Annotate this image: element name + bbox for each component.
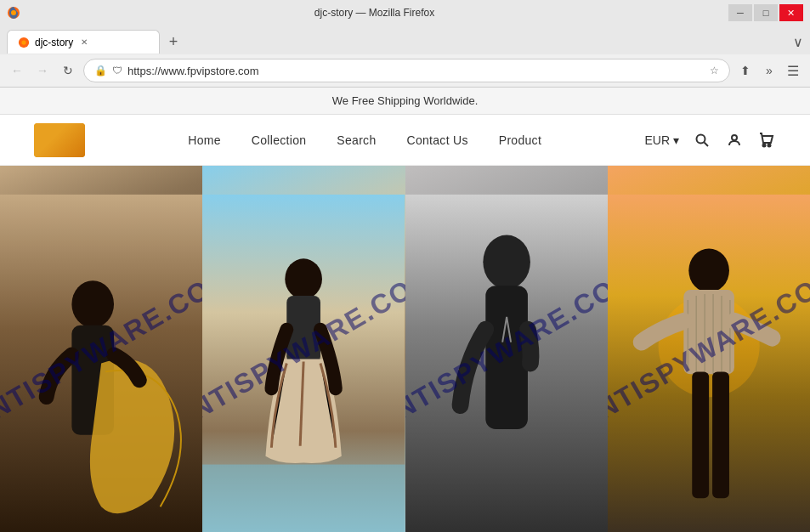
announcement-text: We Free Shipping Worldwide. — [332, 94, 479, 107]
star-icon[interactable]: ☆ — [710, 65, 719, 76]
svg-point-7 — [763, 144, 766, 146]
nav-collection[interactable]: Collection — [252, 133, 306, 147]
nav-home[interactable]: Home — [188, 133, 221, 147]
title-bar-left — [7, 6, 20, 20]
navbar: Home Collection Search Contact Us Produc… — [0, 115, 810, 166]
close-button[interactable]: ✕ — [779, 4, 803, 21]
svg-point-6 — [732, 135, 737, 140]
currency-label: EUR — [644, 133, 670, 147]
forward-button[interactable]: → — [32, 60, 53, 81]
browser-chrome: djc-story — Mozilla Firefox ─ □ ✕ djc-st… — [0, 0, 810, 88]
tab-label: djc-story — [35, 37, 73, 48]
firefox-icon — [7, 6, 20, 20]
figure-1 — [0, 166, 202, 532]
logo-image — [34, 123, 85, 157]
maximize-button[interactable]: □ — [754, 4, 778, 21]
address-bar: ← → ↻ 🔒 🛡 https://www.fpvipstore.com ☆ ⬆… — [0, 54, 810, 87]
search-icon-button[interactable] — [693, 131, 711, 150]
figure-2 — [202, 166, 405, 532]
account-icon-button[interactable] — [725, 131, 744, 150]
tab-overflow-button[interactable]: ∨ — [793, 34, 803, 50]
nav-product[interactable]: Product — [499, 133, 541, 147]
menu-button[interactable]: ☰ — [783, 60, 803, 81]
extensions-button[interactable]: » — [759, 60, 779, 81]
gallery-item-1: ANTISPYWARE.COM — [0, 166, 202, 532]
new-tab-button[interactable]: + — [163, 31, 184, 52]
gallery-item-4: ANTISPYWARE.COM — [608, 166, 810, 532]
url-text: https://www.fpvipstore.com — [127, 65, 705, 77]
svg-point-14 — [286, 258, 323, 299]
svg-rect-31 — [692, 371, 709, 498]
title-bar: djc-story — Mozilla Firefox ─ □ ✕ — [0, 0, 810, 25]
nav-right: EUR ▾ — [644, 131, 776, 150]
svg-point-3 — [21, 40, 25, 44]
svg-rect-24 — [683, 290, 734, 374]
active-tab[interactable]: djc-story ✕ — [7, 30, 160, 54]
toolbar-icons: ⬆ » ☰ — [735, 60, 803, 81]
window-controls: ─ □ ✕ — [728, 4, 803, 21]
security-icon: 🔒 — [94, 65, 107, 76]
svg-line-5 — [705, 142, 709, 146]
bookmark-icon[interactable]: ⬆ — [735, 60, 756, 81]
tab-favicon — [18, 37, 30, 48]
nav-search[interactable]: Search — [337, 133, 376, 147]
nav-contact-us[interactable]: Contact Us — [407, 133, 468, 147]
nav-links: Home Collection Search Contact Us Produc… — [188, 133, 541, 147]
figure-4 — [608, 166, 810, 532]
hero-gallery: ANTISPYWARE.COM — [0, 166, 810, 532]
logo[interactable] — [34, 123, 85, 157]
back-button[interactable]: ← — [7, 60, 27, 81]
tab-close-button[interactable]: ✕ — [78, 37, 90, 48]
svg-rect-18 — [485, 286, 528, 429]
gallery-item-2: ANTISPYWARE.COM — [202, 166, 405, 532]
window-title: djc-story — Mozilla Firefox — [314, 7, 434, 19]
reload-button[interactable]: ↻ — [58, 60, 78, 81]
announcement-bar: We Free Shipping Worldwide. — [0, 88, 810, 115]
figure-3 — [405, 166, 608, 532]
gallery-item-3: ANTISPYWARE.COM — [405, 166, 608, 532]
svg-point-10 — [71, 280, 114, 328]
minimize-button[interactable]: ─ — [728, 4, 752, 21]
cart-icon-button[interactable] — [757, 131, 776, 150]
svg-rect-13 — [202, 465, 405, 532]
svg-point-23 — [688, 248, 729, 292]
url-bar[interactable]: 🔒 🛡 https://www.fpvipstore.com ☆ — [83, 59, 730, 82]
tab-bar: djc-story ✕ + ∨ — [0, 25, 810, 54]
shield-icon: 🛡 — [112, 65, 122, 76]
currency-chevron: ▾ — [673, 133, 679, 147]
svg-point-17 — [483, 235, 530, 290]
website-content: We Free Shipping Worldwide. Home Collect… — [0, 88, 810, 532]
svg-point-1 — [11, 10, 16, 15]
svg-point-4 — [697, 134, 705, 143]
svg-rect-32 — [712, 371, 729, 498]
currency-selector[interactable]: EUR ▾ — [644, 133, 679, 147]
svg-point-8 — [768, 144, 771, 146]
